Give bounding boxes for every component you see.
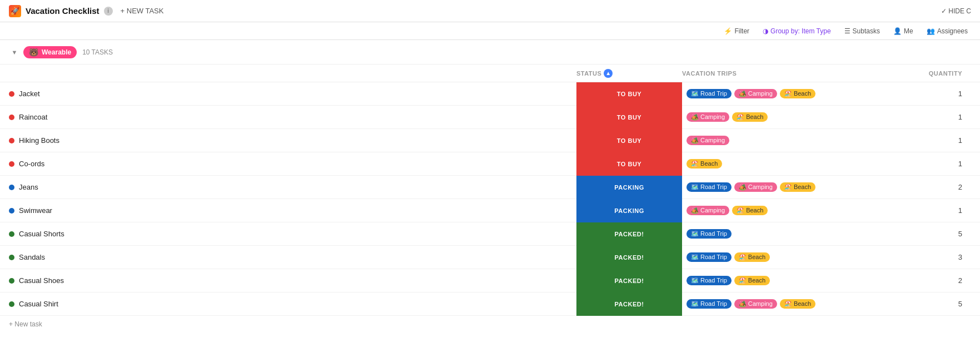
trip-tag[interactable]: 🏖️ Beach	[734, 252, 770, 262]
quantity-cell: 2	[882, 276, 971, 285]
status-cell[interactable]: PACKED!	[576, 246, 682, 269]
hide-button[interactable]: ✓ HIDE C	[941, 7, 971, 15]
task-name-cell: Co-ords	[9, 160, 576, 168]
add-task-label: + New task	[9, 320, 42, 328]
table-row[interactable]: Casual ShirtPACKED!🗺️ Road Trip🏕️ Campin…	[0, 292, 980, 316]
trip-tag[interactable]: 🏖️ Beach	[734, 276, 770, 285]
assignees-button[interactable]: 👥 Assignees	[923, 26, 971, 36]
status-badge[interactable]: PACKED!	[576, 269, 682, 292]
status-cell[interactable]: TO BUY	[576, 153, 682, 175]
group-emoji: 🐻	[29, 48, 38, 57]
quantity-cell: 5	[882, 230, 971, 238]
table-row[interactable]: SandalsPACKED!🗺️ Road Trip🏖️ Beach3	[0, 246, 980, 269]
table-row[interactable]: RaincoatTO BUY🏕️ Camping🏖️ Beach1	[0, 106, 980, 129]
column-headers: STATUS ▲ VACATION TRIPS QUANTITY	[0, 65, 980, 82]
task-name-text: Sandals	[19, 253, 45, 261]
status-badge[interactable]: TO BUY	[576, 152, 682, 176]
trips-cell: 🗺️ Road Trip🏕️ Camping🏖️ Beach	[682, 182, 882, 192]
table-row[interactable]: Casual ShortsPACKED!🗺️ Road Trip5	[0, 222, 980, 246]
trips-cell: 🗺️ Road Trip	[682, 229, 882, 239]
task-name-cell: Jacket	[9, 90, 576, 98]
status-cell[interactable]: TO BUY	[576, 130, 682, 152]
table-row[interactable]: Hiking BootsTO BUY🏕️ Camping1	[0, 129, 980, 152]
filter-button[interactable]: ⚡ Filter	[720, 26, 753, 36]
quantity-cell: 1	[882, 206, 971, 215]
col-header-status[interactable]: STATUS ▲	[576, 69, 682, 78]
table-row[interactable]: JeansPACKING🗺️ Road Trip🏕️ Camping🏖️ Bea…	[0, 176, 980, 199]
status-badge[interactable]: TO BUY	[576, 106, 682, 129]
status-cell[interactable]: TO BUY	[576, 83, 682, 105]
trip-tag[interactable]: 🗺️ Road Trip	[687, 229, 732, 239]
trip-tag[interactable]: 🏕️ Camping	[687, 206, 729, 215]
status-badge[interactable]: PACKED!	[576, 292, 682, 316]
group-badge[interactable]: 🐻 Wearable	[23, 46, 77, 58]
sort-arrow-icon: ▲	[605, 70, 611, 76]
table-row[interactable]: Co-ordsTO BUY🏖️ Beach1	[0, 152, 980, 176]
task-color-dot	[9, 91, 14, 97]
status-cell[interactable]: PACKING	[576, 200, 682, 222]
col-header-quantity: QUANTITY	[882, 70, 971, 77]
sort-badge[interactable]: ▲	[604, 69, 613, 78]
col-header-trips: VACATION TRIPS	[682, 70, 882, 77]
task-name-text: Casual Shoes	[19, 276, 64, 285]
trip-tag[interactable]: 🗺️ Road Trip	[687, 276, 732, 285]
trip-tag[interactable]: 🏕️ Camping	[687, 112, 729, 122]
new-task-button[interactable]: + NEW TASK	[117, 6, 167, 16]
toolbar: ⚡ Filter ◑ Group by: Item Type ☰ Subtask…	[0, 22, 980, 40]
trip-tag[interactable]: 🗺️ Road Trip	[687, 182, 732, 192]
trip-tag[interactable]: 🗺️ Road Trip	[687, 89, 732, 98]
trip-tag[interactable]: 🏕️ Camping	[734, 89, 777, 98]
task-name-cell: Raincoat	[9, 113, 576, 121]
me-button[interactable]: 👤 Me	[890, 26, 917, 36]
status-badge[interactable]: TO BUY	[576, 82, 682, 106]
table-row[interactable]: JacketTO BUY🗺️ Road Trip🏕️ Camping🏖️ Bea…	[0, 82, 980, 106]
trip-tag[interactable]: 🏖️ Beach	[780, 182, 815, 192]
task-name-cell: Sandals	[9, 253, 576, 261]
subtasks-button[interactable]: ☰ Subtasks	[841, 26, 883, 36]
assignees-label: Assignees	[937, 27, 968, 35]
task-name-cell: Swimwear	[9, 206, 576, 215]
table-row[interactable]: SwimwearPACKING🏕️ Camping🏖️ Beach1	[0, 199, 980, 222]
quantity-cell: 1	[882, 136, 971, 145]
trips-cell: 🏕️ Camping	[682, 136, 882, 145]
quantity-cell: 5	[882, 300, 971, 308]
status-badge[interactable]: TO BUY	[576, 129, 682, 152]
trip-tag[interactable]: 🗺️ Road Trip	[687, 252, 732, 262]
trip-tag[interactable]: 🏖️ Beach	[780, 89, 815, 98]
quantity-cell: 2	[882, 183, 971, 191]
status-cell[interactable]: PACKED!	[576, 270, 682, 292]
trip-tag[interactable]: 🗺️ Road Trip	[687, 299, 732, 309]
task-name-text: Jacket	[19, 90, 40, 98]
status-cell[interactable]: TO BUY	[576, 106, 682, 128]
group-by-button[interactable]: ◑ Group by: Item Type	[759, 26, 834, 36]
status-cell[interactable]: PACKING	[576, 176, 682, 199]
task-color-dot	[9, 208, 14, 214]
status-badge[interactable]: PACKING	[576, 199, 682, 222]
chevron-down-icon: ▼	[12, 49, 18, 56]
trip-tag[interactable]: 🏕️ Camping	[734, 182, 777, 192]
trip-tag[interactable]: 🏕️ Camping	[687, 136, 729, 145]
add-task-row[interactable]: + New task	[0, 316, 980, 333]
collapse-button[interactable]: ▼	[9, 47, 20, 58]
info-icon[interactable]: i	[104, 7, 113, 16]
trip-tag[interactable]: 🏖️ Beach	[732, 206, 768, 215]
task-color-dot	[9, 278, 14, 284]
status-cell[interactable]: PACKED!	[576, 293, 682, 315]
trip-tag[interactable]: 🏕️ Camping	[734, 299, 777, 309]
filter-label: Filter	[734, 27, 749, 35]
trip-tag[interactable]: 🏖️ Beach	[687, 159, 722, 168]
app-logo: 🚀	[9, 5, 21, 17]
quantity-cell: 3	[882, 253, 971, 261]
task-color-dot	[9, 231, 14, 237]
trip-tag[interactable]: 🏖️ Beach	[732, 112, 768, 122]
status-badge[interactable]: PACKING	[576, 176, 682, 199]
trip-tag[interactable]: 🏖️ Beach	[780, 299, 815, 309]
status-cell[interactable]: PACKED!	[576, 223, 682, 245]
status-badge[interactable]: PACKED!	[576, 246, 682, 269]
task-color-dot	[9, 161, 14, 167]
status-badge[interactable]: PACKED!	[576, 222, 682, 246]
page-title: Vacation Checklist	[26, 6, 100, 16]
table-row[interactable]: Casual ShoesPACKED!🗺️ Road Trip🏖️ Beach2	[0, 269, 980, 292]
group-header: ▼ 🐻 Wearable 10 TASKS	[0, 40, 980, 65]
task-name-text: Hiking Boots	[19, 136, 59, 145]
